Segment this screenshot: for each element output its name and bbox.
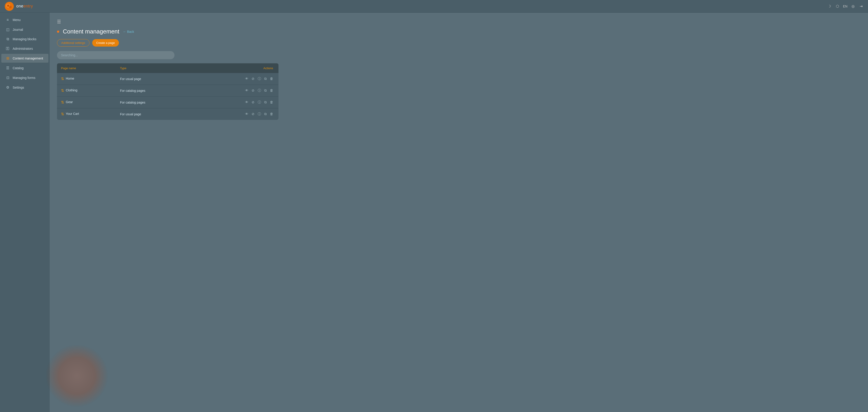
table-row: ⇅Gear For catalog pages 👁 ⊘ ⓘ ⧉ 🗑 xyxy=(57,96,278,108)
additional-settings-button[interactable]: Additional settings xyxy=(57,39,90,47)
table-row: ⇅Clothing For catalog pages 👁 ⊘ ⓘ ⧉ 🗑 xyxy=(57,85,278,96)
topbar-right: ☽ ⬡ EN ◎ ⇥ xyxy=(827,3,864,9)
svg-point-3 xyxy=(9,6,12,8)
delete-button[interactable]: 🗑 xyxy=(269,76,274,81)
sidebar-item-journal[interactable]: ◫ Journal xyxy=(1,25,49,34)
copy-button[interactable]: ⧉ xyxy=(263,99,268,105)
delete-button[interactable]: 🗑 xyxy=(269,99,274,105)
sidebar: ≡ Menu ◫ Journal ⧉ Managing blocks ⚿ Adm… xyxy=(0,13,50,412)
cell-actions: 👁 ⊘ ⓘ ⧉ 🗑 xyxy=(191,85,278,96)
sidebar-item-administrators[interactable]: ⚿ Administrators xyxy=(1,44,49,53)
sidebar-item-menu[interactable]: ≡ Menu xyxy=(1,16,49,24)
sidebar-item-label: Menu xyxy=(13,18,21,22)
sidebar-item-label: Content management xyxy=(13,57,43,60)
delete-button[interactable]: 🗑 xyxy=(269,88,274,93)
view-button[interactable]: 👁 xyxy=(244,88,250,93)
copy-button[interactable]: ⧉ xyxy=(263,88,268,93)
sort-icon: ⇅ xyxy=(61,77,64,81)
journal-icon: ◫ xyxy=(5,27,10,32)
cell-actions: 👁 ⊘ ⓘ ⧉ 🗑 xyxy=(191,96,278,108)
table-row: ⇅Your Cart For usual page 👁 ⊘ ⓘ ⧉ 🗑 xyxy=(57,108,278,120)
copy-button[interactable]: ⧉ xyxy=(263,111,268,117)
sidebar-item-label: Managing blocks xyxy=(13,37,36,41)
block-button[interactable]: ⊘ xyxy=(250,76,256,81)
view-button[interactable]: 👁 xyxy=(244,76,250,81)
settings-icon: ⚙ xyxy=(5,85,10,90)
col-actions: Actions xyxy=(191,63,278,73)
svg-point-2 xyxy=(7,4,9,7)
sidebar-item-settings[interactable]: ⚙ Settings xyxy=(1,83,49,92)
table-row: ⇅Home For usual page 👁 ⊘ ⓘ ⧉ 🗑 xyxy=(57,73,278,85)
admins-icon: ⚿ xyxy=(5,47,10,51)
view-button[interactable]: 👁 xyxy=(244,111,250,116)
cell-type: For catalog pages xyxy=(116,85,191,96)
hamburger-button[interactable]: ☰ xyxy=(57,19,61,24)
sort-icon: ⇅ xyxy=(61,100,64,104)
main-content: ☰ Content management ← Back Additional s… xyxy=(50,13,868,412)
forms-icon: ⊡ xyxy=(5,76,10,80)
page-title: Content management xyxy=(63,28,119,35)
page-dot xyxy=(57,31,59,33)
translate-icon-btn[interactable]: ⬡ xyxy=(835,3,840,9)
layout: ≡ Menu ◫ Journal ⧉ Managing blocks ⚿ Adm… xyxy=(0,13,868,412)
blocks-icon: ⧉ xyxy=(5,37,10,41)
copy-button[interactable]: ⧉ xyxy=(263,76,268,81)
sidebar-item-managing-blocks[interactable]: ⧉ Managing blocks xyxy=(1,35,49,43)
settings-icon-btn[interactable]: ◎ xyxy=(850,3,856,9)
cell-page-name: ⇅Your Cart xyxy=(57,108,116,120)
language-label: EN xyxy=(843,4,847,8)
col-type: Type xyxy=(116,63,191,73)
menu-icon: ≡ xyxy=(5,18,10,22)
create-page-button[interactable]: Create a page xyxy=(92,39,119,47)
back-link[interactable]: ← Back xyxy=(123,30,134,33)
catalog-icon: ☰ xyxy=(5,66,10,70)
sidebar-item-label: Administrators xyxy=(13,47,33,51)
cell-type: For usual page xyxy=(116,108,191,120)
block-button[interactable]: ⊘ xyxy=(250,99,256,105)
page-header: Content management ← Back xyxy=(57,28,861,35)
sidebar-item-managing-forms[interactable]: ⊡ Managing forms xyxy=(1,73,49,82)
sidebar-item-label: Settings xyxy=(13,86,24,89)
delete-button[interactable]: 🗑 xyxy=(269,111,274,116)
sidebar-item-content-management[interactable]: ⊞ Content management xyxy=(1,54,49,63)
sort-icon: ⇅ xyxy=(61,112,64,116)
cell-page-name: ⇅Clothing xyxy=(57,85,116,96)
sidebar-item-label: Catalog xyxy=(13,66,24,70)
cell-page-name: ⇅Gear xyxy=(57,96,116,108)
view-button[interactable]: 👁 xyxy=(244,99,250,105)
cell-type: For catalog pages xyxy=(116,96,191,108)
info-button[interactable]: ⓘ xyxy=(256,111,262,117)
logout-icon-btn[interactable]: ⇥ xyxy=(859,3,864,9)
pages-table: Page name Type Actions ⇅Home For usual p… xyxy=(57,63,278,120)
cell-page-name: ⇅Home xyxy=(57,73,116,85)
cell-actions: 👁 ⊘ ⓘ ⧉ 🗑 xyxy=(191,73,278,85)
block-button[interactable]: ⊘ xyxy=(250,88,256,93)
action-buttons: Additional settings Create a page xyxy=(57,39,861,47)
cell-type: For usual page xyxy=(116,73,191,85)
table-header-row: Page name Type Actions xyxy=(57,63,278,73)
moon-icon-btn[interactable]: ☽ xyxy=(827,3,832,9)
content-mgmt-icon: ⊞ xyxy=(5,56,10,60)
col-page-name: Page name xyxy=(57,63,116,73)
info-button[interactable]: ⓘ xyxy=(256,88,262,93)
logo: oneentry xyxy=(4,2,33,11)
logo-text: oneentry xyxy=(16,4,33,8)
logo-icon xyxy=(4,2,14,11)
block-button[interactable]: ⊘ xyxy=(250,111,256,117)
sidebar-item-label: Journal xyxy=(13,28,23,31)
sort-icon: ⇅ xyxy=(61,89,64,92)
sidebar-item-label: Managing forms xyxy=(13,76,35,80)
search-input[interactable] xyxy=(57,51,175,59)
info-button[interactable]: ⓘ xyxy=(256,76,262,82)
cell-actions: 👁 ⊘ ⓘ ⧉ 🗑 xyxy=(191,108,278,120)
topbar: oneentry ☽ ⬡ EN ◎ ⇥ xyxy=(0,0,868,13)
info-button[interactable]: ⓘ xyxy=(256,99,262,105)
sidebar-item-catalog[interactable]: ☰ Catalog xyxy=(1,63,49,72)
